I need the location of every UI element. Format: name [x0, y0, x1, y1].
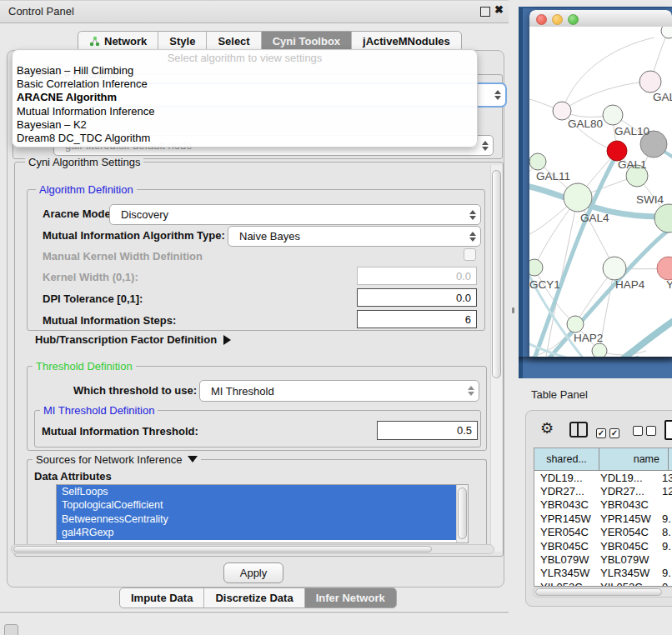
cyni-algorithm-settings-group: Cyni Algorithm Settings Algorithm Defini…	[14, 162, 504, 557]
node-label: SWI4	[636, 193, 664, 206]
dropdown-option[interactable]: Mutual Information Inference	[13, 105, 477, 118]
tab-network-label: Network	[104, 35, 147, 48]
table-hscrollbar[interactable]	[533, 587, 672, 598]
table-row[interactable]: YPR145WYPR145W9.	[534, 512, 672, 525]
network-icon	[89, 36, 100, 47]
gear-icon[interactable]: ⚙	[540, 421, 554, 436]
mi-steps-label: Mutual Information Steps:	[43, 314, 176, 327]
settings-hscrollbar[interactable]	[11, 544, 494, 554]
network-window: GAL GAL80 GAL10 GAL1 GAL11 SWI4 GAL4 GCY…	[529, 10, 672, 357]
list-item-selected[interactable]: SelfLoops	[57, 485, 456, 498]
tab-select[interactable]: Select	[207, 32, 261, 51]
node[interactable]	[639, 71, 661, 92]
mi-threshold-field[interactable]: 0.5	[377, 421, 478, 440]
panel-splitter-grip[interactable]	[512, 308, 514, 313]
manual-kernel-width-label: Manual Kernel Width Definition	[43, 250, 203, 262]
list-item-selected[interactable]: TopologicalCoefficient	[57, 498, 456, 512]
list-item-selected[interactable]: BetweennessCentrality	[57, 512, 456, 526]
mi-threshold-group-title: MI Threshold Definition	[40, 404, 158, 417]
hub-definition-toggle[interactable]: Hub/Transcription Factor Definition	[35, 333, 231, 346]
threshold-definition-title: Threshold Definition	[33, 360, 136, 372]
combo-stepper-icon	[478, 141, 493, 151]
table-row[interactable]: YLR345WYLR345W9.	[534, 567, 672, 580]
tab-impute-data[interactable]: Impute Data	[120, 588, 204, 608]
combo-stepper-icon	[490, 90, 505, 100]
node[interactable]	[661, 27, 672, 38]
mi-steps-field[interactable]: 6	[357, 310, 477, 328]
node-hap4[interactable]	[603, 257, 626, 280]
node[interactable]	[592, 343, 607, 357]
aracne-mode-combobox[interactable]: Discovery	[109, 204, 481, 225]
column-header-name[interactable]: name	[599, 448, 669, 470]
dropdown-option[interactable]: Bayesian – K2	[13, 118, 477, 132]
kernel-width-field[interactable]: 0.0	[357, 267, 477, 285]
close-panel-icon[interactable]: ✖	[494, 3, 504, 16]
mi-algorithm-type-combobox[interactable]: Naive Bayes	[228, 226, 481, 247]
zoom-window-icon[interactable]	[568, 14, 579, 25]
show-columns-icon[interactable]	[569, 422, 588, 438]
column-header-shared-name[interactable]: shared...	[534, 448, 599, 470]
list-item-selected[interactable]: gal4RGexp	[57, 526, 456, 539]
settings-group-title: Cyni Algorithm Settings	[25, 156, 143, 168]
node-hap2[interactable]	[567, 316, 584, 332]
tab-cyni-toolbox[interactable]: Cyni Toolbox	[262, 32, 352, 51]
which-threshold-label: Which threshold to use:	[73, 384, 197, 397]
network-window-titlebar[interactable]	[529, 10, 672, 28]
panel-bottom-edge	[0, 612, 509, 614]
tab-infer-network[interactable]: Infer Network	[305, 588, 396, 608]
column-header-extra[interactable]	[669, 448, 672, 470]
table-row[interactable]: YDR27...YDR27...12	[534, 484, 672, 498]
dropdown-option-highlighted[interactable]: ARACNE Algorithm	[13, 91, 477, 104]
table-header-row: shared... name	[534, 448, 672, 471]
node-label: HAP2	[574, 332, 603, 344]
table-row[interactable]: YIL052CYIL052C0	[534, 580, 672, 587]
tab-jactivemnodules[interactable]: jActiveMNodules	[352, 32, 461, 51]
function-builder-icon[interactable]	[664, 420, 672, 440]
node-label: Y	[666, 278, 672, 291]
tab-style[interactable]: Style	[158, 32, 207, 51]
sources-group: Sources for Network Inference Data Attri…	[27, 459, 487, 548]
tab-discretize-data[interactable]: Discretize Data	[204, 588, 304, 608]
dropdown-option[interactable]: Bayesian – Hill Climbing	[13, 64, 477, 78]
algorithm-definition-group: Algorithm Definition Aracne Mode: Discov…	[27, 189, 485, 331]
select-all-columns-icon[interactable]: ✓✓	[596, 424, 623, 439]
sources-title[interactable]: Sources for Network Inference	[33, 453, 201, 466]
control-panel-header: Control Panel ✖	[0, 0, 509, 23]
apply-button[interactable]: Apply	[223, 562, 283, 583]
minimized-panel-icon[interactable]	[4, 624, 18, 635]
kernel-width-label: Kernel Width (0,1):	[43, 271, 138, 283]
threshold-definition-group: Threshold Definition Which threshold to …	[27, 366, 487, 451]
expand-arrow-icon[interactable]	[223, 335, 231, 345]
unselect-all-columns-icon[interactable]	[633, 424, 659, 439]
node-gal11[interactable]	[529, 153, 546, 170]
mi-threshold-label: Mutual Information Threshold:	[42, 425, 198, 438]
table-row[interactable]: YBL079WYBL079W	[534, 552, 672, 566]
node-swi4[interactable]	[654, 204, 672, 232]
manual-kernel-width-checkbox[interactable]	[464, 248, 476, 261]
table-row[interactable]: YBR045CYBR045C9.	[534, 539, 672, 552]
minimize-window-icon[interactable]	[552, 14, 563, 25]
node-gal10[interactable]	[603, 105, 623, 125]
table-panel: ⚙ ✓✓ shared... name YDL19...YDL19...13 Y…	[525, 410, 672, 607]
table-row[interactable]: YBR043CYBR043C	[534, 498, 672, 512]
close-window-icon[interactable]	[536, 14, 547, 25]
node-gcy1[interactable]	[529, 259, 543, 276]
dpi-tolerance-field[interactable]: 0.0	[357, 288, 477, 307]
network-canvas[interactable]: GAL GAL80 GAL10 GAL1 GAL11 SWI4 GAL4 GCY…	[529, 27, 672, 357]
data-attributes-list: SelfLoops TopologicalCoefficient Between…	[56, 484, 469, 543]
node-gal4[interactable]	[564, 183, 592, 212]
settings-scrollbar[interactable]	[490, 165, 502, 552]
list-scrollbar[interactable]	[456, 485, 468, 542]
node-attribute-table: shared... name YDL19...YDL19...13 YDR27.…	[534, 448, 672, 587]
which-threshold-combobox[interactable]: MI Threshold	[199, 380, 479, 402]
collapse-arrow-icon[interactable]	[188, 456, 198, 462]
dropdown-option[interactable]: Basic Correlation Inference	[13, 78, 477, 91]
table-row[interactable]: YER054CYER054C8.	[534, 526, 672, 539]
tab-network[interactable]: Network	[78, 32, 158, 51]
float-panel-icon[interactable]	[480, 7, 490, 17]
table-row[interactable]: YDL19...YDL19...13	[534, 471, 672, 484]
dropdown-option[interactable]: Dream8 DC_TDC Algorithm	[13, 132, 477, 145]
cyni-toolbox-panel: Inference Algorithm galFiltered.sif defa…	[7, 50, 504, 588]
algorithm-dropdown-list: Select algorithm to view settings Bayesi…	[12, 49, 478, 148]
node[interactable]	[657, 257, 672, 280]
